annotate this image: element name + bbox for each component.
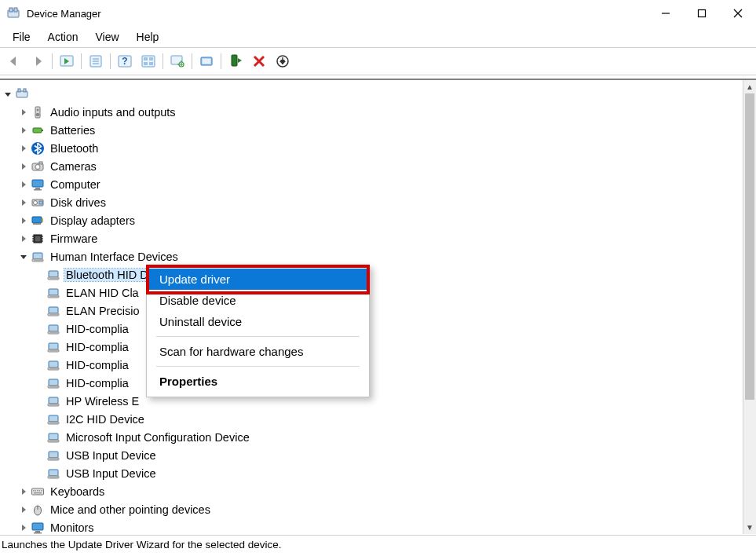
context-menu-item[interactable]: Scan for hardware changes (148, 341, 367, 362)
tree-category[interactable]: Batteries (2, 121, 743, 139)
maximize-button[interactable] (684, 0, 720, 27)
chevron-right-icon[interactable] (17, 106, 30, 119)
svg-rect-54 (35, 236, 40, 241)
tree-device[interactable]: HID-complia (2, 356, 743, 374)
show-hidden-devices-button[interactable] (56, 50, 78, 72)
hid-icon (46, 412, 61, 427)
tree-device[interactable]: Bluetooth HID Device (2, 265, 743, 283)
tree-category-label: Cameras (49, 160, 98, 173)
svg-rect-79 (49, 361, 58, 368)
menu-action[interactable]: Action (40, 29, 86, 45)
vertical-scrollbar[interactable]: ▲ ▼ (743, 80, 756, 534)
tree-device-label: HID-complia (64, 359, 130, 371)
svg-rect-91 (49, 433, 58, 440)
chevron-right-icon[interactable] (17, 178, 30, 191)
context-menu-item[interactable]: Properties (148, 371, 367, 392)
tree-device-label: HID-complia (64, 323, 130, 335)
svg-rect-16 (144, 57, 148, 60)
properties-button[interactable] (85, 50, 107, 72)
tree-category[interactable]: Audio inputs and outputs (2, 103, 743, 121)
close-button[interactable] (720, 0, 756, 27)
svg-rect-4 (699, 10, 706, 17)
scan-hardware-button[interactable] (166, 50, 188, 72)
tree-device[interactable]: USB Input Device (2, 464, 743, 482)
minimize-button[interactable] (648, 0, 684, 27)
svg-rect-34 (24, 89, 26, 92)
chevron-right-icon[interactable] (17, 160, 30, 173)
tree-category[interactable]: Keyboards (2, 482, 743, 500)
tree-device[interactable]: USB Input Device (2, 446, 743, 464)
chevron-right-icon[interactable] (17, 214, 30, 227)
tree-device[interactable]: I2C HID Device (2, 410, 743, 428)
tree-device[interactable]: HP Wireless E (2, 392, 743, 410)
chevron-right-icon[interactable] (17, 142, 30, 155)
chevron-right-icon[interactable] (17, 232, 30, 245)
tree-category[interactable]: Computer (2, 175, 743, 193)
chevron-right-icon[interactable] (17, 521, 30, 534)
svg-rect-49 (39, 201, 42, 204)
svg-rect-85 (49, 397, 58, 404)
tree-category[interactable]: Display adapters (2, 211, 743, 229)
tree-category-label: Disk drives (49, 196, 108, 209)
svg-marker-25 (238, 58, 242, 63)
chevron-right-icon[interactable] (17, 196, 30, 209)
disk-icon (30, 195, 46, 210)
svg-rect-1 (9, 8, 13, 12)
tree-category-label: Keyboards (49, 485, 106, 498)
svg-rect-73 (49, 325, 58, 331)
tree-category[interactable]: Cameras (2, 157, 743, 175)
status-bar: Launches the Update Driver Wizard for th… (0, 535, 756, 556)
context-menu-item[interactable]: Update driver (148, 269, 367, 290)
context-menu-separator (156, 336, 360, 337)
device-tree[interactable]: Audio inputs and outputsBatteriesBluetoo… (0, 80, 743, 534)
hid-icon (46, 303, 61, 319)
tree-root[interactable] (2, 85, 743, 103)
title-bar: Device Manager (0, 0, 756, 27)
scroll-thumb[interactable] (745, 93, 754, 400)
tree-category-label: Display adapters (49, 214, 137, 227)
speaker-icon (30, 104, 46, 120)
tree-category[interactable]: Mice and other pointing devices (2, 500, 743, 518)
scroll-down-button[interactable]: ▼ (743, 521, 756, 534)
update-driver-button[interactable] (225, 50, 247, 72)
svg-rect-70 (49, 307, 58, 313)
tree-device[interactable]: ELAN HID Cla (2, 283, 743, 302)
hid-icon (30, 249, 46, 265)
menu-file[interactable]: File (5, 29, 38, 45)
tree-category[interactable]: Disk drives (2, 193, 743, 211)
context-menu-item[interactable]: Disable device (148, 290, 367, 311)
tree-category[interactable]: Firmware (2, 229, 743, 247)
tree-device-label: ELAN Precisio (64, 305, 141, 317)
menu-view[interactable]: View (87, 29, 126, 45)
scroll-up-button[interactable]: ▲ (743, 80, 756, 93)
tree-device[interactable]: HID-complia (2, 338, 743, 356)
context-menu-item[interactable]: Uninstall device (148, 311, 367, 332)
chevron-down-icon[interactable] (17, 251, 30, 263)
chevron-right-icon[interactable] (17, 124, 30, 137)
svg-rect-23 (203, 59, 210, 64)
hid-icon (46, 321, 61, 337)
tree-category-label: Audio inputs and outputs (49, 106, 177, 119)
chevron-down-icon[interactable] (2, 88, 14, 101)
tree-category-label: Monitors (49, 521, 96, 534)
tree-device[interactable]: HID-complia (2, 374, 743, 392)
uninstall-device-button[interactable] (248, 50, 270, 72)
help-button[interactable]: ? (114, 50, 136, 72)
view-by-type-button[interactable] (137, 50, 159, 72)
tree-device[interactable]: HID-complia (2, 320, 743, 338)
add-legacy-hardware-button[interactable] (195, 50, 217, 72)
menu-help[interactable]: Help (129, 29, 167, 45)
chevron-right-icon[interactable] (17, 485, 30, 498)
svg-point-48 (34, 200, 38, 204)
nav-back-button[interactable] (3, 50, 25, 72)
tree-category-label: Mice and other pointing devices (49, 503, 212, 516)
chevron-right-icon[interactable] (17, 503, 30, 516)
svg-rect-103 (37, 490, 38, 492)
nav-forward-button[interactable] (27, 50, 49, 72)
tree-device[interactable]: ELAN Precisio (2, 302, 743, 320)
tree-device[interactable]: Microsoft Input Configuration Device (2, 428, 743, 446)
tree-category[interactable]: Bluetooth (2, 139, 743, 157)
tree-category[interactable]: Human Interface Devices (2, 247, 743, 265)
enable-device-button[interactable] (272, 50, 294, 72)
tree-category[interactable]: Monitors (2, 518, 743, 534)
